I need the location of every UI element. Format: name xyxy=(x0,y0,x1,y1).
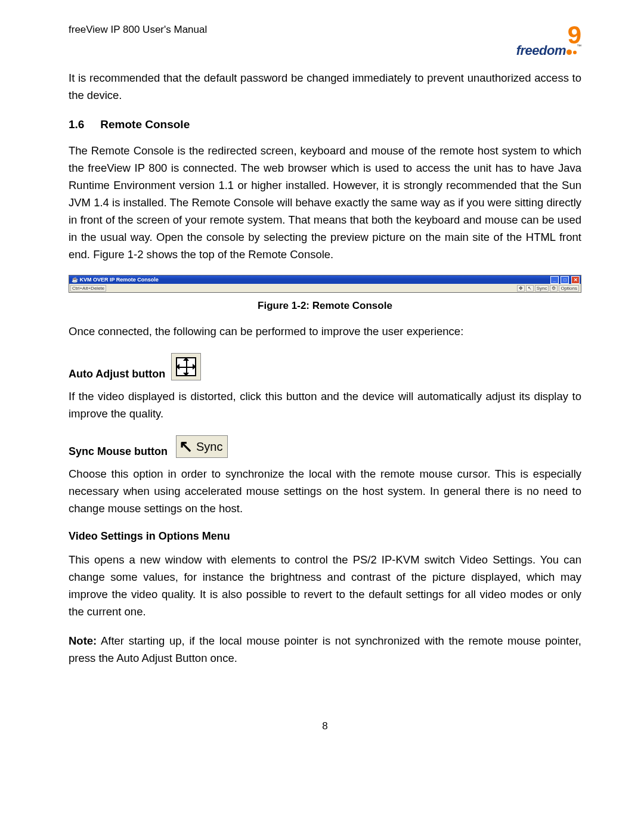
minimize-icon[interactable]: _ xyxy=(550,276,559,284)
video-settings-paragraph: This opens a new window with elements to… xyxy=(69,551,581,620)
logo-tm: ™ xyxy=(577,44,581,49)
video-settings-heading: Video Settings in Options Menu xyxy=(69,530,581,543)
sync-mouse-paragraph: Choose this option in order to synchroni… xyxy=(69,465,581,517)
auto-adjust-button-icon[interactable] xyxy=(171,353,201,380)
post-figure-paragraph: Once connected, the following can be per… xyxy=(69,323,581,340)
ctrl-alt-delete-button[interactable]: Ctrl+Alt+Delete xyxy=(70,285,106,292)
section-title: Remote Console xyxy=(100,118,190,131)
note-text: After starting up, if the local mouse po… xyxy=(69,634,581,664)
section-heading: 1.6 Remote Console xyxy=(69,118,581,131)
running-header: freeView IP 800 User's Manual xyxy=(69,23,207,36)
sync-button[interactable]: Sync xyxy=(535,285,549,292)
cursor-icon: ↖ xyxy=(179,438,193,455)
remote-console-window: ☕ KVM OVER IP Remote Console _ □ ✕ Ctrl+… xyxy=(69,275,581,293)
section-number: 1.6 xyxy=(69,118,97,131)
note-label: Note: xyxy=(69,634,97,647)
logo-brand-text: freedom xyxy=(516,43,566,58)
intro-paragraph: It is recommended that the default passw… xyxy=(69,69,581,104)
brand-logo: 9 freedom™ xyxy=(510,23,581,57)
sync-mouse-button-icon[interactable]: ↖ Sync xyxy=(176,435,228,458)
cursor-icon[interactable]: ↖ xyxy=(526,285,534,292)
auto-adjust-icon[interactable]: ✥ xyxy=(517,285,525,292)
window-controls[interactable]: _ □ ✕ xyxy=(550,276,580,284)
figure-caption: Figure 1-2: Remote Console xyxy=(69,300,581,312)
tool-icon[interactable]: ⚙ xyxy=(550,285,558,292)
page-number: 8 xyxy=(69,720,581,732)
auto-adjust-paragraph: If the video displayed is distorted, cli… xyxy=(69,388,581,422)
options-button[interactable]: Options xyxy=(559,285,579,292)
section-paragraph: The Remote Console is the redirected scr… xyxy=(69,142,581,263)
sync-mouse-label: Sync Mouse button xyxy=(69,445,168,458)
window-title: ☕ KVM OVER IP Remote Console xyxy=(72,277,159,283)
sync-icon-text: Sync xyxy=(196,440,222,454)
note-paragraph: Note: After starting up, if the local mo… xyxy=(69,632,581,667)
auto-adjust-label: Auto Adjust button xyxy=(69,368,165,380)
maximize-icon[interactable]: □ xyxy=(561,276,569,284)
figure-remote-console: ☕ KVM OVER IP Remote Console _ □ ✕ Ctrl+… xyxy=(69,275,581,293)
close-icon[interactable]: ✕ xyxy=(571,276,580,284)
